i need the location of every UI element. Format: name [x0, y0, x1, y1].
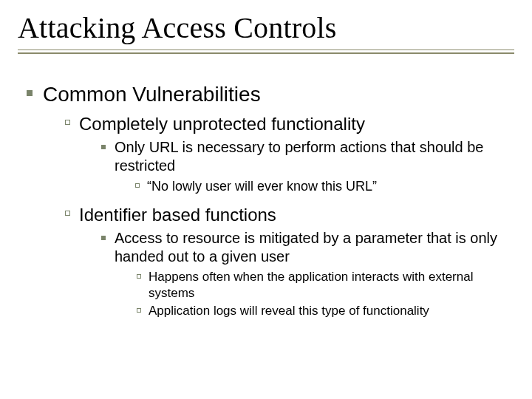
- list-item: Access to resource is mitigated by a par…: [101, 229, 514, 321]
- title-rule: [18, 50, 514, 54]
- level5-text: Application logs will reveal this type o…: [149, 303, 429, 319]
- level3-text: Only URL is necessary to perform actions…: [115, 139, 484, 174]
- level2-text: Completely unprotected functionality: [79, 114, 365, 134]
- square-bullet-icon: [27, 90, 33, 96]
- bullet-list: Common Vulnerabilities Completely unprot…: [27, 82, 514, 328]
- list-item: Happens often when the application inter…: [137, 269, 514, 301]
- level5-text: Happens often when the application inter…: [149, 269, 514, 301]
- list-item: Completely unprotected functionality Onl…: [65, 113, 514, 200]
- slide: Attacking Access Controls Common Vulnera…: [0, 0, 532, 399]
- level4-text: “No lowly user will ever know this URL”: [147, 178, 377, 195]
- level2-text: Identifier based functions: [79, 205, 276, 225]
- open-square-bullet-icon: [65, 211, 70, 216]
- level1-text: Common Vulnerabilities: [43, 83, 261, 106]
- open-square-bullet-icon: [137, 274, 141, 279]
- slide-title: Attacking Access Controls: [18, 10, 514, 45]
- list-item: Only URL is necessary to perform actions…: [101, 138, 514, 197]
- open-square-bullet-icon: [65, 120, 70, 125]
- open-square-bullet-icon: [137, 308, 141, 313]
- list-item: Common Vulnerabilities Completely unprot…: [27, 82, 514, 328]
- list-item: Application logs will reveal this type o…: [137, 303, 514, 319]
- open-square-bullet-icon: [135, 183, 140, 188]
- list-item: “No lowly user will ever know this URL”: [135, 178, 514, 195]
- square-bullet-icon: [101, 236, 106, 240]
- list-item: Identifier based functions Access to res…: [65, 204, 514, 324]
- level3-text: Access to resource is mitigated by a par…: [115, 230, 497, 265]
- square-bullet-icon: [101, 145, 106, 149]
